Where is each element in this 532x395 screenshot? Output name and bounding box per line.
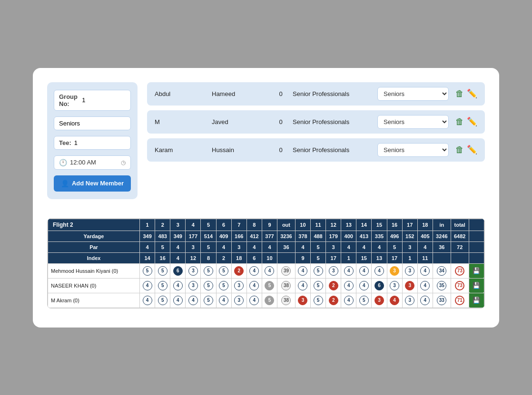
member-last-name: Hussain (212, 146, 269, 154)
yardage-14: 413 (356, 231, 372, 241)
score-cell[interactable]: 4 (140, 278, 155, 293)
score-cell[interactable]: 5 (311, 263, 326, 278)
score-cell[interactable]: 5 (201, 293, 216, 308)
score-out: 39 (277, 263, 296, 278)
member-division-select[interactable]: SeniorsJuniorsLadiesProfessionals (377, 143, 449, 157)
score-cell[interactable]: 4 (246, 293, 262, 308)
score-cell[interactable]: 5 (201, 278, 216, 293)
member-division-select[interactable]: SeniorsJuniorsLadiesProfessionals (377, 87, 449, 101)
score-cell[interactable]: 4 (341, 278, 356, 293)
score-cell[interactable]: 3 (186, 263, 201, 278)
member-division-select[interactable]: SeniorsJuniorsLadiesProfessionals (377, 115, 449, 129)
score-cell[interactable]: 5 (311, 293, 326, 308)
score-cell[interactable]: 3 (295, 293, 310, 308)
save-button-cell[interactable]: 💾 (469, 263, 484, 278)
score-cell[interactable]: 4 (372, 263, 387, 278)
score-cell[interactable]: 4 (387, 293, 402, 308)
score-cell[interactable]: 5 (155, 263, 170, 278)
member-num: 0 (269, 146, 293, 154)
score-in: 34 (433, 263, 451, 278)
score-cell[interactable]: 4 (417, 263, 433, 278)
score-cell[interactable]: 4 (341, 263, 356, 278)
main-card: Group No: Seniors Juniors Ladies Profess… (33, 68, 499, 328)
division-select[interactable]: Seniors Juniors Ladies Professionals (59, 120, 126, 127)
member-edit-button[interactable]: ✏️ (467, 145, 477, 155)
time-field: 🕛 12:00 AM ◷ (54, 155, 131, 170)
player-row: M Akram (0) 4 5 4 4 5 4 3 4 5 38 3 5 2 4… (48, 293, 484, 308)
member-division-select-box[interactable]: SeniorsJuniorsLadiesProfessionals (377, 87, 449, 101)
member-first-name: Abdul (155, 90, 212, 97)
member-delete-button[interactable]: 🗑 (455, 116, 464, 127)
index-label: Index (48, 252, 140, 263)
yardage-1: 349 (140, 231, 155, 241)
score-cell[interactable]: 3 (326, 263, 341, 278)
tee-input[interactable] (74, 139, 126, 146)
score-cell[interactable]: 3 (231, 293, 246, 308)
col-total: total (451, 219, 469, 231)
score-cell[interactable]: 3 (402, 263, 417, 278)
score-cell[interactable]: 5 (201, 263, 216, 278)
score-cell[interactable]: 4 (295, 278, 310, 293)
col-out: out (277, 219, 296, 231)
save-icon: 💾 (473, 267, 480, 274)
score-cell[interactable]: 4 (356, 263, 372, 278)
yardage-10: 378 (295, 231, 310, 241)
index-out (277, 252, 296, 263)
score-cell[interactable]: 4 (216, 293, 231, 308)
score-cell[interactable]: 2 (326, 293, 341, 308)
yardage-8: 412 (246, 231, 262, 241)
score-cell[interactable]: 3 (387, 263, 402, 278)
member-actions: 🗑 ✏️ (455, 145, 477, 155)
group-no-input[interactable] (82, 96, 126, 104)
score-cell[interactable]: 2 (231, 263, 246, 278)
score-cell[interactable]: 4 (170, 293, 186, 308)
score-cell[interactable]: 4 (295, 263, 310, 278)
member-division-select-box[interactable]: SeniorsJuniorsLadiesProfessionals (377, 143, 449, 157)
score-cell[interactable]: 5 (311, 278, 326, 293)
score-cell[interactable]: 5 (216, 278, 231, 293)
score-cell[interactable]: 3 (402, 278, 417, 293)
par-15: 4 (372, 241, 387, 252)
score-cell[interactable]: 3 (186, 278, 201, 293)
score-cell[interactable]: 5 (216, 263, 231, 278)
index-10: 9 (295, 252, 310, 263)
score-cell[interactable]: 4 (356, 278, 372, 293)
save-icon: 💾 (473, 282, 480, 289)
score-cell[interactable]: 3 (402, 293, 417, 308)
member-row: M Javed 0 Senior Professionals SeniorsJu… (147, 110, 485, 134)
score-cell[interactable]: 3 (387, 278, 402, 293)
score-cell[interactable]: 5 (356, 293, 372, 308)
division-select-box[interactable]: Seniors Juniors Ladies Professionals (54, 116, 131, 130)
score-cell[interactable]: 4 (417, 278, 433, 293)
score-cell[interactable]: 5 (155, 278, 170, 293)
score-cell[interactable]: 5 (262, 293, 277, 308)
member-division-select-box[interactable]: SeniorsJuniorsLadiesProfessionals (377, 115, 449, 129)
score-cell[interactable]: 4 (246, 278, 262, 293)
score-cell[interactable]: 5 (140, 263, 155, 278)
member-delete-button[interactable]: 🗑 (455, 145, 464, 155)
member-delete-button[interactable]: 🗑 (455, 88, 464, 99)
score-cell[interactable]: 4 (341, 293, 356, 308)
score-cell[interactable]: 3 (372, 293, 387, 308)
score-cell[interactable]: 4 (186, 293, 201, 308)
score-cell[interactable]: 4 (170, 278, 186, 293)
member-edit-button[interactable]: ✏️ (467, 88, 477, 99)
header-row: Flight 2 1 2 3 4 5 6 7 8 9 out 10 11 12 … (48, 219, 484, 231)
save-button-cell[interactable]: 💾 (469, 278, 484, 293)
add-new-member-button[interactable]: 👤 Add New Member (54, 175, 131, 192)
score-cell[interactable]: 4 (246, 263, 262, 278)
col-16: 16 (387, 219, 402, 231)
col-18: 18 (417, 219, 433, 231)
score-cell[interactable]: 5 (155, 293, 170, 308)
score-cell[interactable]: 4 (262, 263, 277, 278)
index-14: 15 (356, 252, 372, 263)
score-cell[interactable]: 2 (326, 278, 341, 293)
score-cell[interactable]: 4 (417, 293, 433, 308)
score-cell[interactable]: 6 (372, 278, 387, 293)
score-cell[interactable]: 5 (262, 278, 277, 293)
score-cell[interactable]: 3 (231, 278, 246, 293)
save-button-cell[interactable]: 💾 (469, 293, 484, 308)
score-cell[interactable]: 6 (170, 263, 186, 278)
score-cell[interactable]: 4 (140, 293, 155, 308)
member-edit-button[interactable]: ✏️ (467, 116, 477, 127)
